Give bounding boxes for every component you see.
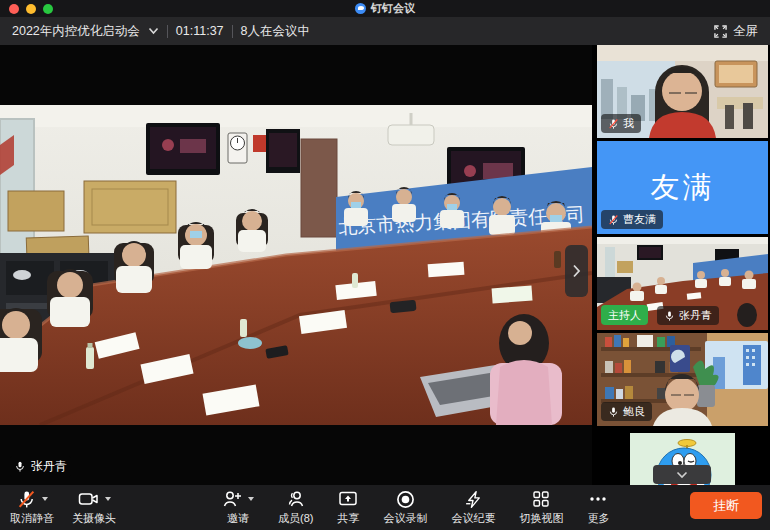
participant-count: 8人在会议中 — [241, 23, 310, 40]
invite-options-caret[interactable] — [248, 497, 254, 501]
audio-options-caret[interactable] — [42, 497, 48, 501]
host-badge: 主持人 — [601, 305, 648, 325]
fullscreen-icon — [714, 25, 727, 38]
video-tile-zhangdanqing[interactable]: 主持人 张丹青 — [597, 237, 768, 330]
mic-on-icon — [664, 310, 675, 322]
divider — [232, 25, 233, 38]
video-tile-me[interactable]: 我 — [597, 45, 768, 138]
record-button[interactable]: 会议录制 — [383, 489, 427, 526]
dingtalk-meeting-window: 钉钉会议 2022年内控优化启动会 01:11:37 8人在会议中 全屏 — [0, 0, 770, 530]
record-icon — [396, 490, 415, 509]
flash-minutes-icon — [464, 490, 483, 509]
share-screen-button[interactable]: 共享 — [337, 489, 359, 526]
members-icon — [286, 490, 306, 508]
divider — [167, 25, 168, 38]
camera-off-button[interactable]: 关摄像头 — [72, 489, 116, 526]
unmute-button[interactable]: 取消静音 — [10, 489, 54, 526]
meeting-title-dropdown[interactable] — [148, 27, 159, 35]
active-speaker-label: 张丹青 — [10, 456, 71, 477]
titlebar: 钉钉会议 — [0, 0, 770, 17]
mic-muted-icon — [17, 490, 36, 509]
mic-muted-icon — [608, 118, 619, 130]
collapse-sidebar-button[interactable] — [565, 245, 588, 297]
chevron-down-icon — [676, 471, 688, 479]
fullscreen-label: 全屏 — [733, 23, 758, 40]
main-video-feed: 北京市热力集团有限责任公司 京热涿州公司 — [0, 105, 592, 425]
mic-on-icon — [14, 460, 26, 473]
participant-label-zhangdanqing: 张丹青 — [657, 306, 719, 325]
video-tile-caoyouman[interactable]: 友满 曹友满 — [597, 141, 768, 234]
hang-up-button[interactable]: 挂断 — [690, 492, 762, 519]
ellipsis-icon — [588, 490, 608, 508]
chevron-right-icon — [572, 264, 581, 278]
invite-person-icon — [222, 490, 242, 508]
minutes-button[interactable]: 会议纪要 — [451, 489, 495, 526]
minimize-window-button[interactable] — [26, 4, 36, 14]
mic-on-icon — [608, 406, 619, 418]
participant-label-me: 我 — [601, 114, 641, 133]
fullscreen-button[interactable]: 全屏 — [714, 23, 758, 40]
members-button[interactable]: 成员(8) — [278, 489, 313, 526]
main-video-stage: 北京市热力集团有限责任公司 京热涿州公司 — [0, 45, 592, 485]
window-title: 钉钉会议 — [371, 1, 415, 16]
camera-icon — [78, 490, 99, 508]
invite-button[interactable]: 邀请 — [222, 489, 254, 526]
participant-label-caoyouman: 曹友满 — [601, 210, 663, 229]
participant-sidebar: 我 友满 曹友满 — [592, 45, 770, 485]
meeting-title: 2022年内控优化启动会 — [12, 23, 140, 40]
grid-view-icon — [532, 490, 550, 508]
video-tile-baoliang[interactable]: 鲍良 — [597, 333, 768, 426]
scroll-participants-down-button[interactable] — [653, 465, 711, 484]
close-window-button[interactable] — [9, 4, 19, 14]
mic-muted-icon — [608, 214, 619, 226]
chevron-down-icon — [148, 27, 159, 35]
camera-options-caret[interactable] — [105, 497, 111, 501]
meeting-info-bar: 2022年内控优化启动会 01:11:37 8人在会议中 全屏 — [0, 17, 770, 45]
participant-label-baoliang: 鲍良 — [601, 402, 652, 421]
meeting-toolbar: 取消静音 关摄像头 — [0, 485, 770, 530]
zoom-window-button[interactable] — [43, 4, 53, 14]
switch-view-button[interactable]: 切换视图 — [519, 489, 563, 526]
dingtalk-logo-icon — [355, 3, 366, 14]
share-screen-icon — [338, 490, 358, 508]
meeting-timer: 01:11:37 — [176, 24, 224, 38]
more-button[interactable]: 更多 — [587, 489, 609, 526]
